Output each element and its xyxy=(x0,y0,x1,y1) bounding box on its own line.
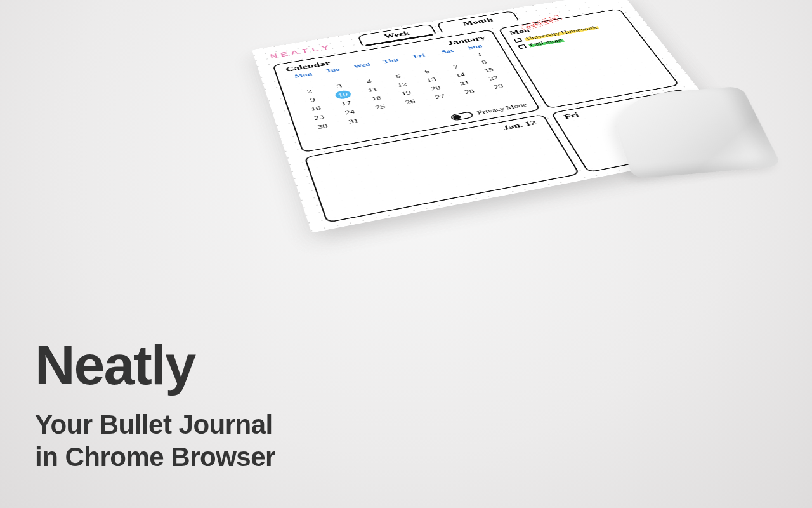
day-panel-date-label: Jan. 12 xyxy=(501,119,538,131)
privacy-mode-toggle[interactable] xyxy=(450,111,475,121)
journal-mockup: NEATLY Week Month Calendar January Mon T… xyxy=(273,0,768,451)
toggle-knob xyxy=(452,114,462,120)
tab-month-label: Month xyxy=(462,17,495,27)
task-checkbox[interactable] xyxy=(514,38,523,43)
marketing-subtitle: Your Bullet Journal in Chrome Browser xyxy=(35,408,275,473)
privacy-mode-label: Privacy Mode xyxy=(476,102,528,116)
task-checkbox[interactable] xyxy=(518,44,527,49)
marketing-subtitle-line2: in Chrome Browser xyxy=(35,441,275,473)
marketing-subtitle-line1: Your Bullet Journal xyxy=(35,408,275,441)
tab-week-label: Week xyxy=(383,30,411,39)
marketing-copy: Neatly Your Bullet Journal in Chrome Bro… xyxy=(35,338,275,473)
day-panel-day-label: Fri xyxy=(562,111,580,121)
marketing-title: Neatly xyxy=(35,338,275,392)
